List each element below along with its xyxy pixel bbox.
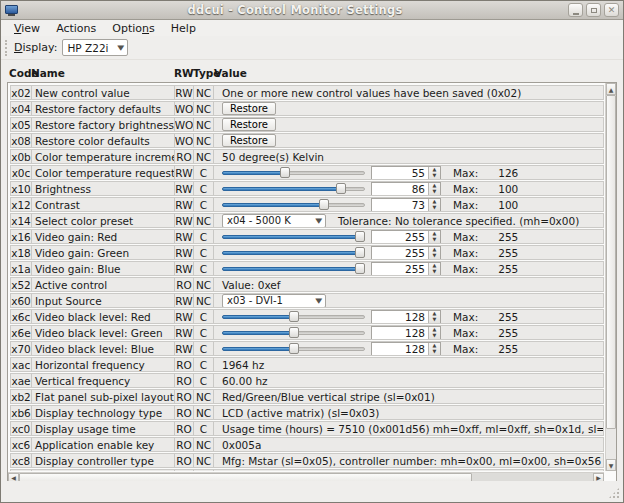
spinbox-down-icon[interactable]: ▼ [429, 237, 440, 243]
row-code: x70 [11, 342, 32, 355]
max-label: Max: [453, 247, 478, 259]
max-label: Max: [453, 183, 478, 195]
row-code: x0b [11, 150, 32, 163]
row-rw: RW [175, 166, 194, 179]
vertical-scrollbar[interactable]: ▲ ▼ [605, 83, 616, 471]
row-value: 60.00 hz [214, 374, 603, 387]
restore-button[interactable]: Restore [222, 134, 276, 147]
row-type: NC [194, 134, 214, 147]
row-rw: RW [175, 198, 194, 211]
scroll-up-arrow-icon[interactable]: ▲ [606, 83, 616, 95]
row-value: Restore [214, 102, 603, 115]
display-combobox[interactable]: HP Z22i ▼ [62, 39, 128, 56]
spinbox-buttons: ▲▼ [428, 183, 440, 195]
row-rw: RO [175, 278, 194, 291]
restore-button[interactable]: Restore [222, 102, 276, 115]
menu-help[interactable]: Help [163, 21, 204, 36]
spinbox-down-icon[interactable]: ▼ [429, 253, 440, 259]
vertical-scrollbar-thumb[interactable] [606, 95, 616, 429]
value-slider[interactable] [222, 342, 365, 355]
table-row-x0c: x0c Color temperature request RW C 55▲▼M… [10, 165, 604, 180]
row-rw: RW [175, 86, 194, 99]
slider-thumb[interactable] [336, 183, 346, 194]
max-label: Max: [453, 263, 478, 275]
slider-thumb[interactable] [289, 343, 299, 354]
value-slider[interactable] [222, 182, 365, 195]
value-slider[interactable] [222, 326, 365, 339]
spinbox-down-icon[interactable]: ▼ [429, 189, 440, 195]
slider-thumb[interactable] [355, 231, 365, 242]
scroll-down-arrow-icon[interactable]: ▼ [606, 459, 616, 471]
row-type: NC [194, 150, 214, 163]
value-spinbox[interactable]: 255▲▼ [371, 262, 441, 275]
row-name: Video gain: Green [32, 246, 175, 259]
row-rw: RW [175, 182, 194, 195]
row-value: One or more new control values have been… [214, 86, 603, 99]
slider-thumb[interactable] [355, 263, 365, 274]
row-rw: WO [175, 134, 194, 147]
value-combobox[interactable]: x03 - DVI-1▼ [222, 294, 326, 307]
row-type: NC [194, 390, 214, 403]
column-header-code: Code [9, 67, 31, 79]
row-type: NC [194, 214, 214, 227]
value-spinbox[interactable]: 255▲▼ [371, 246, 441, 259]
row-code: x6e [11, 326, 32, 339]
value-slider[interactable] [222, 310, 365, 323]
slider-thumb[interactable] [280, 167, 290, 178]
title-bar[interactable]: ddcui - Control Monitor Settings ✕ [1, 1, 623, 20]
row-type: NC [194, 86, 214, 99]
spinbox-down-icon[interactable]: ▼ [429, 205, 440, 211]
value-spinbox[interactable]: 128▲▼ [371, 326, 441, 339]
value-spinbox[interactable]: 73▲▼ [371, 198, 441, 211]
value-spinbox[interactable]: 128▲▼ [371, 310, 441, 323]
value-text: Value: 0xef [222, 279, 280, 291]
slider-thumb[interactable] [355, 247, 365, 258]
table-row-xc0: xc0 Display usage time RO C Usage time (… [10, 421, 604, 436]
value-note: Tolerance: No tolerance specified. (mh=0… [338, 215, 579, 227]
spinbox-down-icon[interactable]: ▼ [429, 173, 440, 179]
resize-grip[interactable] [608, 487, 620, 499]
toolbar-handle[interactable] [5, 40, 9, 56]
menu-actions[interactable]: Actions [48, 21, 104, 36]
slider-thumb[interactable] [289, 311, 299, 322]
value-spinbox[interactable]: 128▲▼ [371, 342, 441, 355]
spinbox-down-icon[interactable]: ▼ [429, 317, 440, 323]
close-button[interactable]: ✕ [604, 3, 619, 17]
row-name: Application enable key [32, 438, 175, 451]
value-spinbox[interactable]: 255▲▼ [371, 230, 441, 243]
spinbox-down-icon[interactable]: ▼ [429, 333, 440, 339]
value-slider[interactable] [222, 262, 365, 275]
maximize-button[interactable] [586, 3, 601, 17]
value-combobox[interactable]: x04 - 5000 K▼ [222, 214, 326, 227]
max-value: 100 [498, 183, 518, 195]
value-slider[interactable] [222, 198, 365, 211]
row-value: 255▲▼Max:255 [214, 230, 603, 243]
slider-fill [222, 235, 360, 239]
row-name: Flat panel sub-pixel layout [32, 390, 175, 403]
value-slider[interactable] [222, 246, 365, 259]
value-spinbox[interactable]: 86▲▼ [371, 182, 441, 195]
row-value: 128▲▼Max:255 [214, 342, 603, 355]
table-row-x70: x70 Video black level: Blue RW C 128▲▼Ma… [10, 341, 604, 356]
slider-fill [222, 187, 341, 191]
value-slider[interactable] [222, 230, 365, 243]
row-rw: RW [175, 230, 194, 243]
menu-options[interactable]: Options [104, 21, 162, 36]
slider-thumb[interactable] [289, 327, 299, 338]
value-slider[interactable] [222, 166, 365, 179]
row-name: Restore color defaults [32, 134, 175, 147]
row-code: x52 [11, 278, 32, 291]
row-value: Usage time (hours) = 7510 (0x001d56) mh=… [214, 422, 603, 435]
minimize-button[interactable] [568, 3, 583, 17]
row-name: Restore factory defaults [32, 102, 175, 115]
spinbox-down-icon[interactable]: ▼ [429, 349, 440, 355]
features-panel: Code Name RW Type Value x02 New control … [1, 61, 623, 502]
row-name: Video gain: Blue [32, 262, 175, 275]
value-spinbox[interactable]: 55▲▼ [371, 166, 441, 179]
menu-view[interactable]: View [6, 21, 48, 36]
max-label: Max: [453, 231, 478, 243]
spinbox-down-icon[interactable]: ▼ [429, 269, 440, 275]
row-value: Restore [214, 134, 603, 147]
slider-thumb[interactable] [319, 199, 329, 210]
restore-button[interactable]: Restore [222, 118, 276, 131]
